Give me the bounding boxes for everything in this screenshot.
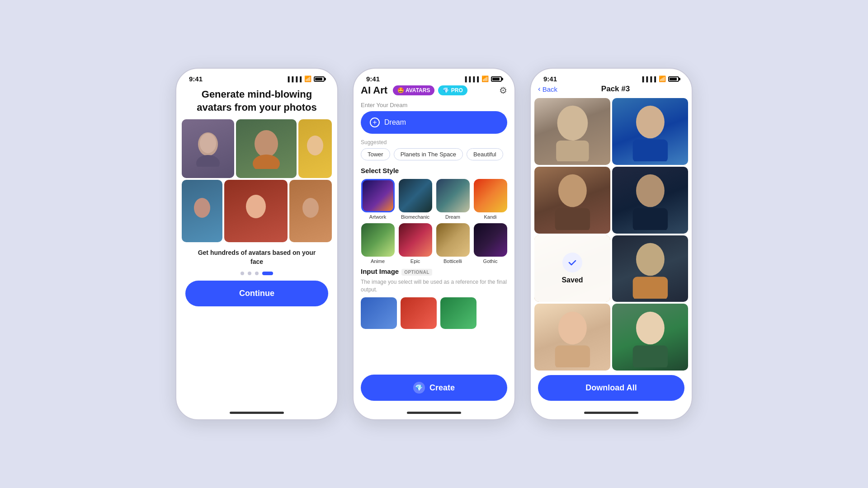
phone2-content: AI Art 🤩 AVATARS 💎 PRO ⚙ Enter Your Drea…: [354, 84, 514, 408]
gear-icon[interactable]: ⚙: [499, 85, 507, 96]
style-name-artwork: Artwork: [369, 214, 386, 220]
style-epic[interactable]: Epic: [398, 223, 432, 264]
photo-cell-8[interactable]: [612, 304, 688, 371]
wifi-icon-2: 📶: [481, 75, 489, 82]
svg-point-9: [557, 106, 588, 141]
style-name-epic: Epic: [410, 258, 420, 264]
style-name-anime: Anime: [371, 258, 385, 264]
style-thumb-artwork: [361, 179, 395, 212]
ai-art-header: AI Art 🤩 AVATARS 💎 PRO ⚙: [361, 84, 507, 96]
svg-point-17: [636, 243, 665, 276]
back-button[interactable]: ‹ Back: [538, 84, 557, 94]
svg-point-13: [558, 174, 587, 207]
status-icons-1: ▐▐▐▐ 📶: [286, 75, 325, 82]
suggested-label: Suggested: [361, 139, 507, 145]
photo-cell-7[interactable]: [534, 304, 610, 371]
input-image-header: Input Image OPTIONAL: [361, 267, 507, 276]
svg-rect-16: [632, 208, 667, 230]
style-biomechanic[interactable]: Biomechanic: [398, 179, 432, 220]
svg-point-21: [636, 311, 665, 344]
select-style-label: Select Style: [361, 167, 507, 174]
badge-pro[interactable]: 💎 PRO: [438, 85, 467, 95]
input-thumb-1[interactable]: [361, 297, 397, 329]
status-icons-2: ▐▐▐▐ 📶: [463, 75, 502, 82]
battery-icon-2: [491, 76, 502, 82]
status-bar-3: 9:41 ▐▐▐▐ 📶: [531, 69, 692, 84]
photo-cell-5[interactable]: Saved: [534, 235, 610, 302]
phone1-subtitle: Get hundreds of avatars based on your fa…: [176, 242, 337, 270]
photo-cell-3[interactable]: [534, 167, 610, 234]
create-icon: 💎: [413, 382, 425, 394]
create-button[interactable]: 💎 Create: [361, 375, 507, 401]
dream-placeholder: Dream: [384, 118, 406, 127]
style-grid: Artwork Biomechanic Dream Kandi Anime: [361, 179, 507, 264]
style-artwork[interactable]: Artwork: [361, 179, 395, 220]
signal-icon-2: ▐▐▐▐: [463, 76, 479, 82]
saved-check-icon: [562, 253, 582, 272]
home-indicator-1: [230, 412, 284, 414]
avatar-grid: [176, 119, 337, 242]
style-thumb-anime: [361, 223, 395, 257]
download-all-button[interactable]: Download All: [538, 375, 684, 401]
optional-badge: OPTIONAL: [401, 269, 432, 276]
photo-cell-6[interactable]: [612, 235, 688, 302]
chip-tower[interactable]: Tower: [361, 148, 390, 160]
photo-cell-2[interactable]: [612, 98, 688, 165]
ai-art-title: AI Art: [361, 84, 387, 96]
avatar-cell-5: [224, 180, 288, 242]
status-icons-3: ▐▐▐▐ 📶: [641, 75, 679, 82]
phone-3: 9:41 ▐▐▐▐ 📶 ‹ Back Pack #3: [530, 68, 693, 420]
input-thumb-3[interactable]: [440, 297, 476, 329]
photo-grid: Saved: [531, 98, 692, 371]
style-name-dream: Dream: [445, 214, 460, 220]
create-btn-wrapper: 💎 Create: [361, 375, 507, 401]
avatar-row-2: [182, 180, 332, 242]
battery-icon-1: [314, 76, 325, 82]
svg-rect-22: [632, 345, 667, 367]
wifi-icon-1: 📶: [304, 75, 311, 82]
photo-cell-4[interactable]: [612, 167, 688, 234]
pack-title: Pack #3: [557, 84, 674, 94]
avatar-cell-6: [289, 180, 332, 242]
svg-point-19: [558, 311, 587, 344]
dream-input[interactable]: + Dream: [361, 111, 507, 134]
style-thumb-biomechanic: [399, 179, 432, 212]
phone3-header: ‹ Back Pack #3: [531, 84, 692, 98]
chip-beautiful[interactable]: Beautiful: [467, 148, 503, 160]
style-kandi[interactable]: Kandi: [473, 179, 507, 220]
enter-dream-label: Enter Your Dream: [361, 102, 507, 108]
avatar-cell-2: [236, 119, 297, 178]
status-time-3: 9:41: [543, 75, 557, 83]
avatar-row-1: [182, 119, 332, 178]
dot-3: [255, 272, 259, 275]
avatar-cell-1: [182, 119, 234, 178]
suggested-chips: Tower Planets in The Space Beautiful: [361, 148, 507, 160]
saved-text: Saved: [561, 276, 583, 284]
svg-rect-18: [632, 277, 667, 299]
phone-1: 9:41 ▐▐▐▐ 📶 Generate mind-blowing avatar…: [175, 68, 338, 420]
dot-2: [248, 272, 251, 275]
style-name-botticelli: Botticelli: [443, 258, 462, 264]
style-botticelli[interactable]: Botticelli: [436, 223, 470, 264]
status-time-2: 9:41: [366, 75, 380, 83]
back-label: Back: [542, 85, 557, 93]
input-image-desc: The image you select will be used as a r…: [361, 278, 507, 294]
chip-planets[interactable]: Planets in The Space: [394, 148, 463, 160]
battery-icon-3: [668, 76, 679, 82]
style-gothic[interactable]: Gothic: [473, 223, 507, 264]
svg-point-4: [253, 155, 280, 169]
pagination-dots: [241, 272, 273, 275]
svg-point-1: [196, 155, 220, 167]
saved-overlay: Saved: [534, 235, 610, 302]
photo-cell-1[interactable]: [534, 98, 610, 165]
style-anime[interactable]: Anime: [361, 223, 395, 264]
badge-avatars[interactable]: 🤩 AVATARS: [393, 85, 434, 95]
style-dream[interactable]: Dream: [436, 179, 470, 220]
continue-button[interactable]: Continue: [185, 281, 328, 306]
style-thumb-kandi: [474, 179, 507, 212]
home-indicator-2: [407, 412, 461, 414]
input-thumb-2[interactable]: [401, 297, 437, 329]
style-thumb-gothic: [474, 223, 507, 257]
dream-plus-icon: +: [370, 117, 380, 127]
svg-rect-10: [556, 141, 589, 161]
